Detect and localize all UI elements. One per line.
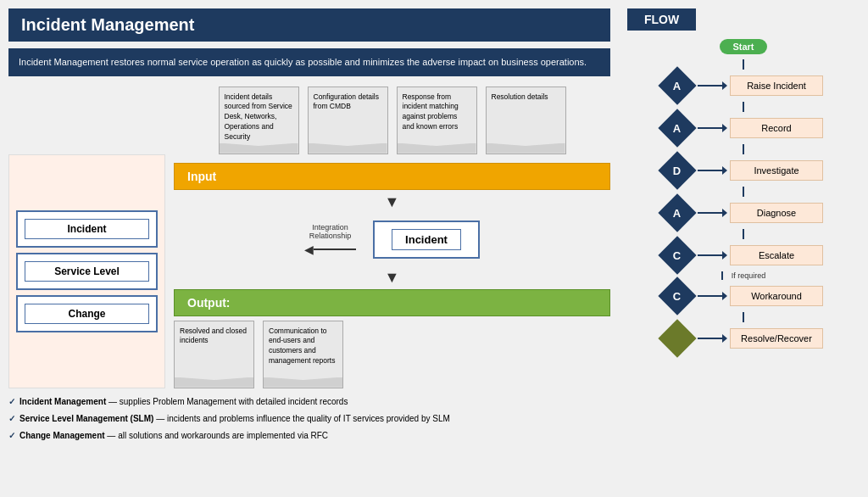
output-documents-row: Resolved and closed incidents Communicat… [174,321,610,388]
integration-arrow: Integration Relationship ◀ [304,223,356,256]
flow-box-6: Workaround [730,286,823,306]
flow-line-0 [743,59,744,70]
flow-container: Start A Raise Incident A Record D Invest… [627,39,860,352]
if-required-label: If required [732,271,766,280]
flow-box-2: Record [730,118,823,138]
flow-arrow-3 [698,170,723,171]
flow-box-1: Raise Incident [730,75,823,96]
flow-step-7: Resolve/Recover [627,325,860,352]
bullets-section: ✓ Incident Management — supplies Problem… [8,395,610,443]
flow-line-5 [721,271,723,280]
flow-step-4: A Diagnose [627,199,860,226]
bullet-3-text: Change Management — all solutions and wo… [19,429,328,443]
incident-process-box: Incident [16,210,158,248]
flow-step-1: A Raise Incident [627,72,860,99]
service-level-process-box: Service Level [16,253,158,290]
flow-diamond-6: C [658,276,696,315]
bullet-2: ✓ Service Level Management (SLM) — incid… [8,412,610,426]
incident-center-label: Incident [392,229,461,250]
doc-1: Incident details sourced from Service De… [219,87,299,154]
main-content: Incident Management Incident Management … [0,0,619,497]
flow-arrow-2 [698,127,723,129]
incident-center-box: Incident [373,221,480,259]
header-description: Incident Management restores normal serv… [8,48,610,76]
doc-4: Resolution details [486,87,566,154]
integration-label: Integration Relationship [309,223,352,240]
flow-arrow-1 [698,85,723,87]
check-1: ✓ [8,395,15,409]
flow-arrow-7 [698,338,723,339]
check-2: ✓ [8,412,15,426]
flow-step-2: A Record [627,114,860,142]
flow-diamond-1: A [658,66,696,104]
input-bar: Input [174,163,610,190]
input-documents-row: Incident details sourced from Service De… [174,87,610,154]
output-doc-2: Communication to end-users and customers… [263,321,343,388]
flow-line-3 [743,187,744,197]
flow-diamond-5: C [658,236,696,274]
diagram-area: Incident details sourced from Service De… [174,87,610,388]
bullet-1-text: Incident Management — supplies Problem M… [19,395,348,409]
flow-diamond-4: A [658,193,696,232]
arrow-down-1: ▼ [174,194,610,209]
flow-arrow-4 [698,212,723,214]
flow-line-1 [743,102,744,112]
doc-3: Response from incident matching against … [397,87,477,154]
check-3: ✓ [8,429,15,443]
flow-title: FLOW [627,8,696,31]
flow-start: Start [720,39,766,54]
flow-arrow-6 [698,295,723,297]
flow-box-4: Diagnose [730,203,823,223]
flow-line-4 [743,229,744,239]
flow-arrow-5 [698,254,723,256]
flow-line-6 [743,312,744,322]
flow-box-7: Resolve/Recover [730,328,823,349]
page-title: Incident Management [8,8,610,42]
flow-diamond-7 [658,319,696,357]
left-process-boxes: Incident Service Level Change [8,154,165,388]
middle-section: Incident Service Level Change Incident d… [8,87,610,388]
service-level-label: Service Level [25,261,149,282]
flow-step-6: C Workaround [627,282,860,310]
output-doc-1: Resolved and closed incidents [174,321,254,388]
flow-diamond-2: A [658,109,696,147]
incident-label: Incident [25,219,149,239]
flow-box-3: Investigate [730,160,823,181]
flow-box-5: Escalate [730,245,823,265]
if-required-row: If required [721,271,766,280]
flow-line-2 [743,144,744,154]
output-bar: Output: [174,289,610,316]
flow-panel: FLOW Start A Raise Incident A Record D I… [619,0,868,497]
flow-diamond-3: D [658,151,696,189]
flow-step-3: D Investigate [627,157,860,184]
doc-2: Configuration details from CMDB [308,87,388,154]
center-diagram: Integration Relationship ◀ Incident [174,221,610,259]
bullet-2-text: Service Level Management (SLM) — inciden… [19,412,450,426]
change-label: Change [25,304,149,324]
bullet-1: ✓ Incident Management — supplies Problem… [8,395,610,409]
arrow-down-2: ▼ [174,270,610,285]
change-process-box: Change [16,295,158,332]
bullet-3: ✓ Change Management — all solutions and … [8,429,610,443]
flow-step-5: C Escalate [627,242,860,269]
